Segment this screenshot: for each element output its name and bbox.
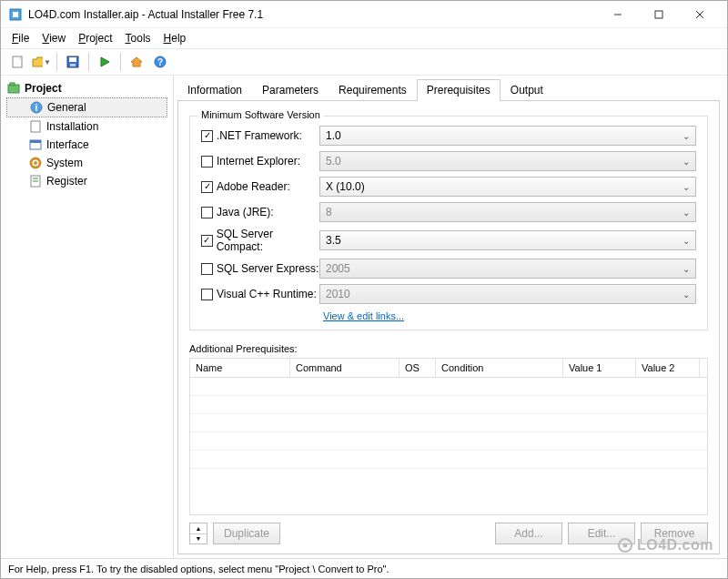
tree-item-label: Interface	[46, 138, 89, 151]
svg-rect-13	[10, 83, 15, 86]
grid-header: NameCommandOSConditionValue 1Value 2	[190, 359, 707, 378]
select-value: X (10.0)	[326, 180, 365, 193]
prereq-checkbox-sql-server-express[interactable]: SQL Server Express:	[201, 262, 319, 275]
prereq-label: Internet Explorer:	[217, 155, 300, 168]
register-icon	[28, 174, 43, 188]
tree-item-general[interactable]: iGeneral	[6, 97, 167, 117]
menu-file[interactable]: File	[6, 30, 35, 46]
prereq-row: ✓Adobe Reader:X (10.0)⌄	[201, 177, 696, 197]
grid-row	[190, 396, 707, 414]
prereq-checkbox-net-framework[interactable]: ✓.NET Framework:	[201, 129, 319, 142]
prereq-checkbox-internet-explorer[interactable]: Internet Explorer:	[201, 155, 319, 168]
group-legend: Minimum Software Version	[197, 109, 324, 120]
prereq-label: Visual C++ Runtime:	[217, 288, 317, 300]
grid-column-header[interactable]: Name	[190, 359, 290, 377]
tree-item-interface[interactable]: Interface	[6, 136, 167, 154]
tree-item-label: General	[47, 101, 86, 114]
prereq-select-sql-server-compact[interactable]: 3.5⌄	[319, 230, 696, 250]
minimize-button[interactable]	[597, 2, 638, 27]
grid-column-header[interactable]: Value 2	[636, 359, 700, 377]
svg-rect-8	[69, 57, 76, 62]
status-bar: For Help, press F1. To try the disabled …	[1, 558, 727, 578]
prereq-label: .NET Framework:	[217, 129, 302, 142]
toolbar-separator	[120, 53, 121, 71]
chevron-down-icon: ⌄	[682, 264, 690, 274]
order-spinner[interactable]: ▲▼	[189, 523, 207, 544]
tab-information[interactable]: Information	[177, 79, 252, 101]
spin-down-icon[interactable]: ▼	[190, 534, 207, 544]
spin-up-icon[interactable]: ▲	[190, 523, 207, 534]
tree-root-project[interactable]: Project	[6, 79, 167, 97]
prereq-select-visual-c-runtime: 2010⌄	[319, 284, 696, 304]
status-text: For Help, press F1. To try the disabled …	[8, 564, 389, 574]
chevron-down-icon: ⌄	[682, 290, 690, 300]
additional-prerequisites-grid[interactable]: NameCommandOSConditionValue 1Value 2	[189, 358, 708, 515]
menu-tools[interactable]: Tools	[120, 30, 157, 46]
tree-item-system[interactable]: System	[6, 154, 167, 172]
grid-row	[190, 414, 707, 432]
close-button[interactable]	[679, 2, 720, 27]
checkbox-icon: ✓	[201, 130, 213, 142]
tree-item-label: System	[46, 157, 83, 169]
tab-content-prerequisites: Minimum Software Version ✓.NET Framework…	[177, 101, 720, 554]
prereq-label: Java (JRE):	[217, 206, 274, 218]
tab-prerequisites[interactable]: Prerequisites	[417, 79, 500, 101]
grid-row	[190, 378, 707, 396]
edit-button[interactable]: Edit...	[568, 523, 635, 544]
tab-output[interactable]: Output	[500, 79, 553, 101]
prereq-select-net-framework[interactable]: 1.0⌄	[319, 126, 696, 146]
toolbar-separator	[56, 53, 57, 71]
grid-row	[190, 451, 707, 469]
open-button[interactable]: ▼	[30, 51, 52, 73]
duplicate-button[interactable]: Duplicate	[213, 523, 280, 544]
titlebar: LO4D.com Installer.aip - Actual Installe…	[1, 1, 727, 28]
svg-text:?: ?	[157, 57, 163, 67]
grid-column-header[interactable]: Command	[290, 359, 399, 377]
prereq-checkbox-visual-c-runtime[interactable]: Visual C++ Runtime:	[201, 288, 319, 300]
tab-parameters[interactable]: Parameters	[252, 79, 329, 101]
svg-rect-9	[70, 64, 76, 66]
select-value: 2005	[326, 262, 350, 275]
select-value: 2010	[326, 288, 350, 300]
svg-rect-18	[30, 140, 41, 143]
new-button[interactable]	[6, 51, 28, 73]
min-software-version-group: Minimum Software Version ✓.NET Framework…	[189, 116, 708, 330]
grid-column-header[interactable]: Condition	[436, 359, 563, 377]
prereq-select-adobe-reader[interactable]: X (10.0)⌄	[319, 177, 696, 197]
prereq-row: Internet Explorer:5.0⌄	[201, 151, 696, 171]
tree-item-register[interactable]: Register	[6, 172, 167, 190]
help-button[interactable]: ?	[149, 51, 171, 73]
menu-help[interactable]: Help	[158, 30, 192, 46]
prereq-checkbox-sql-server-compact[interactable]: ✓SQL Server Compact:	[201, 228, 319, 253]
add-button[interactable]: Add...	[495, 523, 562, 544]
toolbar-separator	[88, 53, 89, 71]
tab-strip: InformationParametersRequirementsPrerequ…	[177, 79, 720, 101]
home-button[interactable]	[126, 51, 147, 73]
chevron-down-icon: ⌄	[682, 208, 690, 218]
save-button[interactable]	[62, 51, 84, 73]
project-icon	[6, 81, 21, 96]
prereq-checkbox-java-jre[interactable]: Java (JRE):	[201, 206, 319, 218]
prereq-label: Adobe Reader:	[217, 180, 290, 193]
tab-requirements[interactable]: Requirements	[329, 79, 417, 101]
checkbox-icon	[201, 156, 213, 168]
tree-item-installation[interactable]: Installation	[6, 117, 167, 136]
grid-column-header[interactable]: OS	[399, 359, 436, 377]
maximize-button[interactable]	[638, 2, 679, 27]
main-panel: InformationParametersRequirementsPrerequ…	[174, 76, 727, 558]
run-button[interactable]	[94, 51, 116, 73]
remove-button[interactable]: Remove	[641, 523, 708, 544]
prereq-row: ✓SQL Server Compact:3.5⌄	[201, 228, 696, 253]
menu-view[interactable]: View	[36, 30, 71, 46]
grid-button-row: ▲▼ Duplicate Add... Edit... Remove	[189, 523, 708, 544]
prereq-checkbox-adobe-reader[interactable]: ✓Adobe Reader:	[201, 180, 319, 193]
installation-icon	[28, 119, 43, 134]
app-icon	[8, 7, 23, 22]
tree-item-label: Register	[46, 175, 87, 188]
checkbox-icon	[201, 207, 213, 218]
view-edit-links[interactable]: View & edit links...	[323, 310, 404, 321]
grid-column-header[interactable]: Value 1	[563, 359, 636, 377]
svg-rect-16	[31, 121, 40, 132]
prereq-select-sql-server-express: 2005⌄	[319, 259, 696, 279]
menu-project[interactable]: Project	[73, 30, 117, 46]
